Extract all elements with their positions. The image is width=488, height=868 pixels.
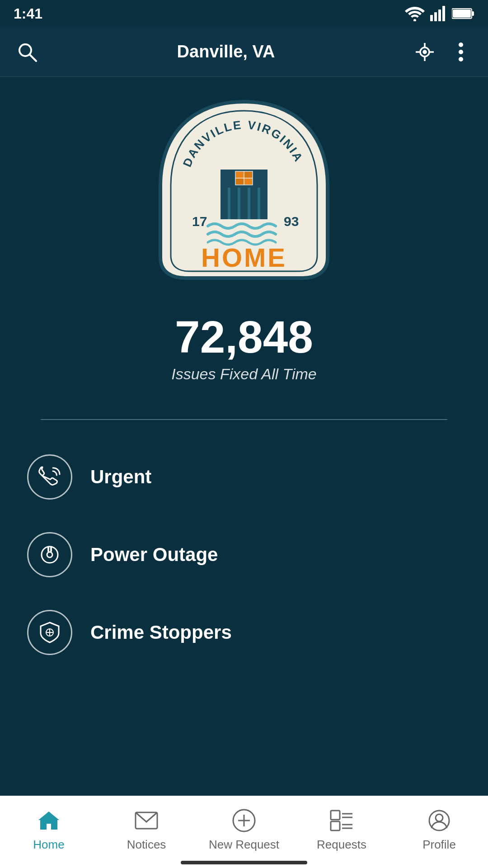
nav-requests[interactable]: Requests <box>293 803 390 852</box>
power-outage-label: Power Outage <box>90 544 218 566</box>
battery-icon <box>452 7 474 20</box>
svg-text:HOME: HOME <box>201 243 287 272</box>
svg-rect-6 <box>472 11 474 16</box>
nav-profile[interactable]: Profile <box>390 803 488 852</box>
svg-rect-30 <box>228 188 230 219</box>
header-right-icons <box>411 38 474 66</box>
svg-rect-2 <box>434 12 437 21</box>
svg-rect-3 <box>438 9 441 21</box>
more-button[interactable] <box>447 38 474 66</box>
svg-rect-37 <box>260 188 267 219</box>
notices-nav-icon-wrap <box>133 807 160 834</box>
new-request-nav-label: New Request <box>209 838 279 852</box>
more-icon <box>458 41 464 63</box>
svg-point-0 <box>413 19 416 21</box>
urgent-label: Urgent <box>90 466 151 488</box>
issues-label: Issues Fixed All Time <box>171 365 317 383</box>
svg-text:93: 93 <box>284 214 299 229</box>
power-outage-item[interactable]: Power Outage <box>18 516 470 594</box>
svg-point-17 <box>459 50 463 54</box>
stats-divider <box>41 419 447 420</box>
signal-icon <box>430 6 446 21</box>
shield-icon-circle <box>27 610 72 655</box>
svg-rect-4 <box>442 6 445 21</box>
new-request-nav-icon-wrap <box>230 807 258 834</box>
profile-icon <box>428 809 450 832</box>
svg-point-18 <box>459 57 463 61</box>
home-indicator <box>181 861 307 864</box>
svg-line-9 <box>30 55 36 61</box>
nav-notices[interactable]: Notices <box>98 803 195 852</box>
search-button[interactable] <box>14 38 41 66</box>
svg-rect-1 <box>430 15 433 21</box>
svg-rect-32 <box>238 188 240 219</box>
svg-rect-23 <box>244 172 252 178</box>
bottom-nav: Home Notices New Request <box>0 796 488 868</box>
nav-home[interactable]: Home <box>0 803 98 852</box>
search-bar: Danville, VA <box>0 27 488 77</box>
svg-rect-29 <box>221 188 228 219</box>
shield-icon <box>36 619 63 646</box>
profile-nav-label: Profile <box>422 838 456 852</box>
svg-rect-53 <box>331 821 340 830</box>
svg-rect-24 <box>236 178 244 184</box>
wifi-icon <box>405 6 425 21</box>
svg-rect-22 <box>236 172 244 178</box>
svg-rect-31 <box>230 188 238 219</box>
location-button[interactable] <box>411 38 438 66</box>
svg-rect-52 <box>331 811 340 820</box>
location-title: Danville, VA <box>41 42 411 61</box>
main-content: DANVILLE VIRGINIA <box>0 77 488 796</box>
home-nav-label: Home <box>33 838 64 852</box>
crime-stoppers-label: Crime Stoppers <box>90 622 232 643</box>
city-badge: DANVILLE VIRGINIA <box>149 95 339 285</box>
profile-nav-icon-wrap <box>426 807 453 834</box>
location-icon <box>414 41 436 63</box>
svg-rect-34 <box>248 188 250 219</box>
svg-rect-7 <box>453 9 471 18</box>
menu-items: Urgent Power Outage <box>0 438 488 671</box>
nav-new-request[interactable]: New Request <box>195 803 293 852</box>
stats-section: 72,848 Issues Fixed All Time <box>171 312 317 383</box>
svg-point-41 <box>42 547 58 563</box>
requests-nav-icon-wrap <box>328 807 355 834</box>
status-icons <box>405 6 474 21</box>
status-bar: 1:41 <box>0 0 488 27</box>
status-time: 1:41 <box>14 5 42 22</box>
urgent-item[interactable]: Urgent <box>18 438 470 516</box>
requests-nav-label: Requests <box>317 838 366 852</box>
power-icon <box>37 542 62 567</box>
notices-nav-label: Notices <box>127 838 166 852</box>
svg-rect-36 <box>258 188 260 219</box>
svg-point-42 <box>47 552 52 557</box>
svg-point-16 <box>459 42 463 47</box>
svg-rect-44 <box>50 547 52 552</box>
list-icon <box>329 809 354 832</box>
svg-point-59 <box>436 814 443 821</box>
home-icon <box>37 809 61 832</box>
plus-icon <box>232 808 256 833</box>
power-icon-circle <box>27 532 72 577</box>
search-icon <box>16 41 38 63</box>
svg-rect-43 <box>47 547 49 552</box>
mail-icon <box>134 810 159 831</box>
phone-icon <box>37 464 62 490</box>
home-nav-icon-wrap <box>35 807 62 834</box>
crime-stoppers-item[interactable]: Crime Stoppers <box>18 594 470 671</box>
urgent-icon-circle <box>27 454 72 500</box>
svg-text:17: 17 <box>192 214 207 229</box>
svg-rect-25 <box>244 178 252 184</box>
issues-count: 72,848 <box>171 312 317 362</box>
svg-rect-35 <box>250 188 258 219</box>
svg-rect-33 <box>240 188 248 219</box>
svg-point-11 <box>423 51 426 53</box>
